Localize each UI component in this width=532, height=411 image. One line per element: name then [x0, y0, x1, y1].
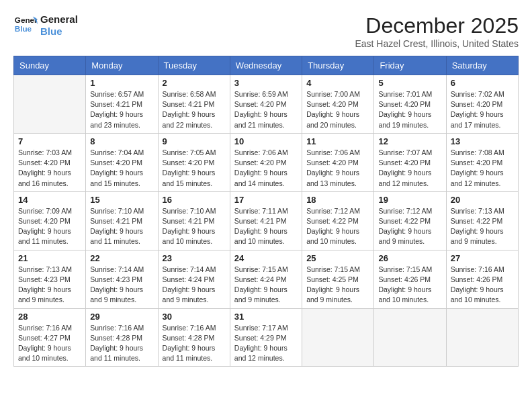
column-header-monday: Monday: [86, 56, 158, 75]
day-detail: Sunrise: 7:15 AMSunset: 4:25 PMDaylight:…: [306, 265, 369, 306]
day-number: 29: [90, 312, 153, 322]
column-header-saturday: Saturday: [446, 56, 518, 75]
column-header-thursday: Thursday: [302, 56, 374, 75]
calendar-cell: 16Sunrise: 7:10 AMSunset: 4:21 PMDayligh…: [158, 191, 230, 250]
logo-general: General: [40, 13, 78, 26]
page-header: General Blue General Blue December 2025 …: [13, 13, 519, 49]
calendar-header-row: SundayMondayTuesdayWednesdayThursdayFrid…: [14, 56, 519, 75]
day-detail: Sunrise: 7:14 AMSunset: 4:24 PMDaylight:…: [163, 265, 226, 306]
day-number: 17: [234, 195, 298, 205]
day-detail: Sunrise: 7:03 AMSunset: 4:20 PMDaylight:…: [18, 148, 81, 189]
calendar-cell: 30Sunrise: 7:16 AMSunset: 4:28 PMDayligh…: [158, 308, 230, 367]
calendar-cell: 15Sunrise: 7:10 AMSunset: 4:21 PMDayligh…: [86, 191, 158, 250]
day-number: 25: [306, 253, 369, 263]
calendar-cell: 5Sunrise: 7:01 AMSunset: 4:20 PMDaylight…: [374, 75, 446, 134]
calendar-week-row: 28Sunrise: 7:16 AMSunset: 4:27 PMDayligh…: [14, 308, 519, 367]
day-detail: Sunrise: 7:05 AMSunset: 4:20 PMDaylight:…: [163, 148, 226, 189]
day-detail: Sunrise: 7:15 AMSunset: 4:24 PMDaylight:…: [234, 265, 298, 306]
calendar-cell: 10Sunrise: 7:06 AMSunset: 4:20 PMDayligh…: [230, 133, 302, 191]
calendar-week-row: 1Sunrise: 6:57 AMSunset: 4:21 PMDaylight…: [14, 75, 519, 134]
svg-text:Blue: Blue: [15, 24, 32, 33]
calendar-cell: [14, 75, 86, 134]
day-detail: Sunrise: 7:06 AMSunset: 4:20 PMDaylight:…: [306, 148, 369, 189]
day-number: 18: [306, 195, 369, 205]
day-number: 3: [234, 78, 298, 88]
day-number: 6: [451, 78, 514, 88]
calendar-week-row: 7Sunrise: 7:03 AMSunset: 4:20 PMDaylight…: [14, 133, 519, 191]
column-header-sunday: Sunday: [14, 56, 86, 75]
day-detail: Sunrise: 7:04 AMSunset: 4:20 PMDaylight:…: [90, 148, 153, 189]
logo-icon: General Blue: [13, 13, 38, 38]
day-number: 31: [234, 312, 298, 322]
calendar-cell: 1Sunrise: 6:57 AMSunset: 4:21 PMDaylight…: [86, 75, 158, 134]
day-number: 24: [234, 253, 298, 263]
day-number: 11: [306, 136, 369, 146]
logo-blue: Blue: [40, 26, 78, 38]
calendar-cell: 6Sunrise: 7:02 AMSunset: 4:20 PMDaylight…: [446, 75, 518, 134]
calendar-cell: 18Sunrise: 7:12 AMSunset: 4:22 PMDayligh…: [302, 191, 374, 250]
title-block: December 2025 East Hazel Crest, Illinois…: [355, 13, 519, 49]
calendar-cell: 25Sunrise: 7:15 AMSunset: 4:25 PMDayligh…: [302, 250, 374, 308]
calendar-table: SundayMondayTuesdayWednesdayThursdayFrid…: [13, 56, 519, 367]
day-number: 21: [18, 253, 81, 263]
day-detail: Sunrise: 7:15 AMSunset: 4:26 PMDaylight:…: [378, 265, 441, 306]
day-number: 8: [90, 136, 153, 146]
day-detail: Sunrise: 7:16 AMSunset: 4:28 PMDaylight:…: [90, 323, 153, 364]
calendar-cell: 22Sunrise: 7:14 AMSunset: 4:23 PMDayligh…: [86, 250, 158, 308]
column-header-friday: Friday: [374, 56, 446, 75]
day-detail: Sunrise: 7:10 AMSunset: 4:21 PMDaylight:…: [90, 206, 153, 247]
day-number: 28: [18, 312, 81, 322]
day-number: 5: [378, 78, 441, 88]
day-detail: Sunrise: 7:07 AMSunset: 4:20 PMDaylight:…: [378, 148, 441, 189]
calendar-cell: 2Sunrise: 6:58 AMSunset: 4:21 PMDaylight…: [158, 75, 230, 134]
day-number: 15: [90, 195, 153, 205]
calendar-cell: [374, 308, 446, 367]
day-detail: Sunrise: 7:13 AMSunset: 4:23 PMDaylight:…: [18, 265, 81, 306]
day-detail: Sunrise: 7:11 AMSunset: 4:21 PMDaylight:…: [234, 206, 298, 247]
day-number: 23: [163, 253, 226, 263]
day-detail: Sunrise: 7:02 AMSunset: 4:20 PMDaylight:…: [451, 89, 514, 130]
calendar-cell: 12Sunrise: 7:07 AMSunset: 4:20 PMDayligh…: [374, 133, 446, 191]
day-detail: Sunrise: 7:09 AMSunset: 4:20 PMDaylight:…: [18, 206, 81, 247]
calendar-cell: 21Sunrise: 7:13 AMSunset: 4:23 PMDayligh…: [14, 250, 86, 308]
day-detail: Sunrise: 7:08 AMSunset: 4:20 PMDaylight:…: [451, 148, 514, 189]
day-detail: Sunrise: 7:01 AMSunset: 4:20 PMDaylight:…: [378, 89, 441, 130]
day-number: 4: [306, 78, 369, 88]
calendar-cell: 4Sunrise: 7:00 AMSunset: 4:20 PMDaylight…: [302, 75, 374, 134]
day-detail: Sunrise: 7:17 AMSunset: 4:29 PMDaylight:…: [234, 323, 298, 364]
calendar-cell: 27Sunrise: 7:16 AMSunset: 4:26 PMDayligh…: [446, 250, 518, 308]
calendar-cell: 14Sunrise: 7:09 AMSunset: 4:20 PMDayligh…: [14, 191, 86, 250]
calendar-cell: 26Sunrise: 7:15 AMSunset: 4:26 PMDayligh…: [374, 250, 446, 308]
day-detail: Sunrise: 7:14 AMSunset: 4:23 PMDaylight:…: [90, 265, 153, 306]
day-number: 19: [378, 195, 441, 205]
day-number: 12: [378, 136, 441, 146]
day-number: 9: [163, 136, 226, 146]
day-number: 1: [90, 78, 153, 88]
day-number: 27: [451, 253, 514, 263]
day-detail: Sunrise: 7:16 AMSunset: 4:26 PMDaylight:…: [451, 265, 514, 306]
calendar-cell: [446, 308, 518, 367]
day-number: 20: [451, 195, 514, 205]
calendar-cell: 31Sunrise: 7:17 AMSunset: 4:29 PMDayligh…: [230, 308, 302, 367]
calendar-week-row: 21Sunrise: 7:13 AMSunset: 4:23 PMDayligh…: [14, 250, 519, 308]
day-number: 7: [18, 136, 81, 146]
day-number: 16: [163, 195, 226, 205]
svg-text:General: General: [15, 15, 38, 24]
month-title: December 2025: [355, 13, 519, 38]
day-number: 26: [378, 253, 441, 263]
calendar-week-row: 14Sunrise: 7:09 AMSunset: 4:20 PMDayligh…: [14, 191, 519, 250]
day-number: 10: [234, 136, 298, 146]
day-number: 2: [163, 78, 226, 88]
calendar-cell: 23Sunrise: 7:14 AMSunset: 4:24 PMDayligh…: [158, 250, 230, 308]
calendar-cell: 19Sunrise: 7:12 AMSunset: 4:22 PMDayligh…: [374, 191, 446, 250]
column-header-tuesday: Tuesday: [158, 56, 230, 75]
day-detail: Sunrise: 7:13 AMSunset: 4:22 PMDaylight:…: [451, 206, 514, 247]
calendar-cell: 20Sunrise: 7:13 AMSunset: 4:22 PMDayligh…: [446, 191, 518, 250]
calendar-cell: 29Sunrise: 7:16 AMSunset: 4:28 PMDayligh…: [86, 308, 158, 367]
day-number: 22: [90, 253, 153, 263]
calendar-cell: 24Sunrise: 7:15 AMSunset: 4:24 PMDayligh…: [230, 250, 302, 308]
day-detail: Sunrise: 7:00 AMSunset: 4:20 PMDaylight:…: [306, 89, 369, 130]
column-header-wednesday: Wednesday: [230, 56, 302, 75]
calendar-cell: 13Sunrise: 7:08 AMSunset: 4:20 PMDayligh…: [446, 133, 518, 191]
calendar-cell: 7Sunrise: 7:03 AMSunset: 4:20 PMDaylight…: [14, 133, 86, 191]
